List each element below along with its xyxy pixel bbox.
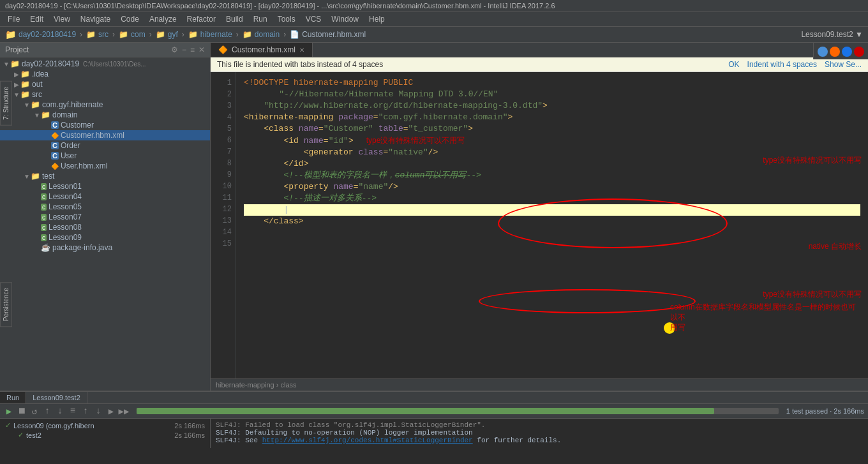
tree-lesson05[interactable]: c Lesson05 xyxy=(0,202,210,212)
tree-src[interactable]: ▼ 📁 src xyxy=(0,89,210,100)
tree-lesson09[interactable]: c Lesson09 xyxy=(0,232,210,243)
project-hide-icon[interactable]: ✕ xyxy=(198,45,205,54)
folder-icon: 📁 xyxy=(10,59,20,68)
tree-expand-icon[interactable]: ▼ xyxy=(3,61,10,68)
tab-close-button[interactable]: ✕ xyxy=(299,47,304,54)
tree-out[interactable]: ▶ 📁 out xyxy=(0,79,210,89)
browser-icons xyxy=(813,43,868,59)
notif-ok-button[interactable]: OK xyxy=(728,60,739,69)
up-button[interactable]: ↑ xyxy=(80,406,91,416)
tab-customer-hbm[interactable]: 🔶 Customer.hbm.xml ✕ xyxy=(211,43,313,57)
tree-node-label: Lesson07 xyxy=(49,213,82,221)
tree-lesson04[interactable]: c Lesson04 xyxy=(0,191,210,202)
xml-icon: 🔶 xyxy=(51,132,59,139)
menu-window[interactable]: Window xyxy=(326,13,364,25)
notif-show-button[interactable]: Show Se... xyxy=(825,60,862,69)
chrome-icon[interactable] xyxy=(818,47,828,57)
notif-indent-button[interactable]: Indent with 4 spaces xyxy=(747,60,817,69)
tree-package-info[interactable]: ☕ package-info.java xyxy=(0,243,210,253)
code-line-13: <!--描述一对多关系--> xyxy=(244,193,860,204)
code-line-11: <property name="name"/> xyxy=(244,181,860,193)
menu-view[interactable]: View xyxy=(49,13,75,25)
class-icon: C xyxy=(51,152,59,160)
menu-code[interactable]: Code xyxy=(116,13,144,25)
run-toolbar: ▶ ⏹ ↺ ↑ ↓ ≡ ↑ ↓ ▶ ▶▶ 1 test passed · 2s … xyxy=(0,404,868,419)
lesson-icon: c xyxy=(41,193,47,200)
stop-button[interactable]: ⏹ xyxy=(17,406,27,416)
tree-node-label: Lesson09 xyxy=(49,233,82,242)
tree-node-label: Customer.hbm.xml xyxy=(61,131,124,140)
menu-tools[interactable]: Tools xyxy=(273,13,301,25)
notification-bar: This file is indented with tabs instead … xyxy=(211,57,868,72)
menu-run[interactable]: Run xyxy=(248,13,273,25)
structure-tab[interactable]: 7: Structure xyxy=(0,81,12,126)
persistence-tab[interactable]: Persistence xyxy=(0,282,12,327)
class-icon: C xyxy=(51,142,59,149)
tree-root[interactable]: ▼ 📁 day02-20180419 C:\Users\10301\Des... xyxy=(0,59,210,69)
tree-lesson08[interactable]: c Lesson08 xyxy=(0,222,210,232)
tab-lesson09-test2[interactable]: Lesson09.test2 xyxy=(26,392,87,403)
sort-button[interactable]: ≡ xyxy=(68,406,78,416)
play-button[interactable]: ▶ xyxy=(4,406,14,416)
folder-icon: 📁 xyxy=(31,100,40,109)
type-annotation-2: type没有特殊情况可以不用写 xyxy=(763,289,862,300)
menu-navigate[interactable]: Navigate xyxy=(75,13,116,25)
project-collapse-icon[interactable]: − xyxy=(182,45,186,54)
code-line-14: | xyxy=(244,204,860,216)
next-failed-button[interactable]: ↓ xyxy=(55,406,65,416)
tree-user-hbm[interactable]: 🔶 User.hbm.xml xyxy=(0,161,210,171)
tree-test[interactable]: ▼ 📁 test xyxy=(0,171,210,181)
test-lesson09[interactable]: ✓ Lesson09 (com.gyf.hibern 2s 166ms xyxy=(5,421,205,430)
folder-icon: 📁 xyxy=(20,70,30,79)
menu-bar: File Edit View Navigate Code Analyze Ref… xyxy=(0,12,868,27)
menu-file[interactable]: File xyxy=(3,13,25,25)
menu-edit[interactable]: Edit xyxy=(25,13,49,25)
tree-node-label: day02-20180419 xyxy=(22,59,79,68)
tree-package[interactable]: ▼ 📁 com.gyf.hibernate xyxy=(0,100,210,110)
tree-lesson01[interactable]: c Lesson01 xyxy=(0,181,210,191)
firefox-icon[interactable] xyxy=(830,47,840,57)
xml-file-icon: 🔶 xyxy=(218,45,228,54)
tree-customer-hbm[interactable]: 🔶 Customer.hbm.xml xyxy=(0,130,210,140)
tree-user-class[interactable]: C User xyxy=(0,151,210,161)
native-annotation: native 自动增长 xyxy=(809,241,862,252)
pass-icon: ✓ xyxy=(18,431,24,439)
expand-all-button[interactable]: ▶▶ xyxy=(119,406,129,416)
menu-vcs[interactable]: VCS xyxy=(301,13,327,25)
tab-run[interactable]: Run xyxy=(0,392,26,403)
breadcrumb-project[interactable]: day02-20180419 xyxy=(19,30,76,39)
ie-icon[interactable] xyxy=(842,47,852,57)
test2-label: test2 xyxy=(26,431,41,439)
tree-domain[interactable]: ▼ 📁 domain xyxy=(0,110,210,120)
prev-failed-button[interactable]: ↑ xyxy=(42,406,52,416)
tree-customer-class[interactable]: C Customer xyxy=(0,120,210,130)
tree-lesson07[interactable]: c Lesson07 xyxy=(0,212,210,222)
folder-icon: 📁 xyxy=(20,80,30,89)
code-line-6: <id name="id">type没有特殊情况可以不用写 xyxy=(244,135,860,147)
menu-refactor[interactable]: Refactor xyxy=(182,13,221,25)
project-panel: Project ⚙ − ≡ ✕ ▼ 📁 day02-20180419 C:\Us… xyxy=(0,43,211,391)
code-line-15: </class> xyxy=(244,216,860,227)
tree-order-class[interactable]: C Order xyxy=(0,140,210,151)
breadcrumb-hibernate[interactable]: hibernate xyxy=(200,30,232,39)
folder-icon: 📁 xyxy=(20,90,30,99)
opera-icon[interactable] xyxy=(854,47,864,57)
menu-build[interactable]: Build xyxy=(221,13,248,25)
test-test2[interactable]: ✓ test2 2s 166ms xyxy=(5,431,205,439)
project-gear-icon[interactable]: ≡ xyxy=(190,45,195,54)
rerun-button[interactable]: ↺ xyxy=(29,406,40,416)
run-config-selector[interactable]: Lesson09.test2 ▼ xyxy=(801,30,863,39)
project-settings-icon[interactable]: ⚙ xyxy=(171,45,178,54)
tree-node-label: test xyxy=(42,172,54,181)
slf4j-link[interactable]: http://www.slf4j.org/codes.html#StaticLo… xyxy=(262,437,473,444)
lesson-time: 2s 166ms xyxy=(174,422,205,430)
code-editor[interactable]: type没有特殊情况可以不用写 native 自动增长 type没有特殊情况可以… xyxy=(211,72,868,378)
expand-button[interactable]: ▶ xyxy=(106,406,116,416)
menu-analyze[interactable]: Analyze xyxy=(144,13,182,25)
menu-help[interactable]: Help xyxy=(364,13,390,25)
tree-idea[interactable]: ▶ 📁 .idea xyxy=(0,69,210,79)
type-annotation-1: type没有特殊情况可以不用写 xyxy=(763,155,862,166)
code-line-5: <class name="Customer" table="t_customer… xyxy=(244,123,860,135)
down-button[interactable]: ↓ xyxy=(93,406,103,416)
code-content[interactable]: <!DOCTYPE hibernate-mapping PUBLIC "-//H… xyxy=(236,72,868,378)
